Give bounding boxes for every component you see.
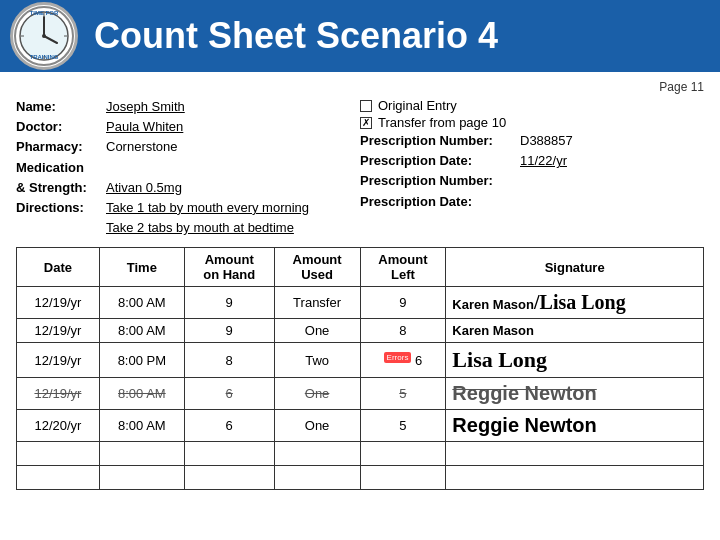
table-row: 12/19/yr8:00 AM6One5Reggie Newton (17, 378, 704, 410)
transfer-checkbox: ✗ (360, 117, 372, 129)
header: TIME FOR TRAINING Count Sheet Scenario 4 (0, 0, 720, 72)
original-entry-checkbox (360, 100, 372, 112)
prescription-date2-label: Prescription Date: (360, 193, 520, 211)
content-area: Page 11 Name: Joseph Smith Doctor: Paula… (0, 72, 720, 540)
directions-label: Directions: (16, 199, 106, 217)
col-signature: Signature (446, 248, 704, 287)
name-value: Joseph Smith (106, 98, 185, 116)
patient-info: Name: Joseph Smith Doctor: Paula Whiten … (16, 98, 704, 239)
directions-value1: Take 1 tab by mouth every morning (106, 199, 309, 217)
table-row: 12/20/yr8:00 AM6One5Reggie Newton (17, 410, 704, 442)
prescription-date-value: 11/22/yr (520, 152, 567, 170)
svg-point-4 (42, 34, 46, 38)
prescription-date-label: Prescription Date: (360, 152, 520, 170)
signature-cell: Karen Mason (446, 319, 704, 343)
table-container: Error RN Date Time Amounton Hand AmountU… (16, 247, 704, 490)
table-row: 12/19/yr8:00 PM8TwoErrors 6Lisa Long (17, 343, 704, 378)
transfer-label: Transfer from page 10 (378, 115, 506, 130)
patient-left: Name: Joseph Smith Doctor: Paula Whiten … (16, 98, 360, 239)
page-number: Page 11 (16, 80, 704, 94)
pharmacy-value: Cornerstone (106, 138, 178, 156)
logo: TIME FOR TRAINING (10, 2, 78, 70)
signature-cell: Lisa Long (446, 343, 704, 378)
strength-label: & Strength: (16, 179, 106, 197)
prescription-number2-label: Prescription Number: (360, 172, 520, 190)
signature-cell: Reggie Newton (446, 410, 704, 442)
table-header-row: Date Time Amounton Hand AmountUsed Amoun… (17, 248, 704, 287)
patient-right: Original Entry ✗ Transfer from page 10 P… (360, 98, 704, 239)
col-date: Date (17, 248, 100, 287)
doctor-label: Doctor: (16, 118, 106, 136)
directions-spacer (16, 219, 106, 237)
signature-cell: Reggie Newton (446, 378, 704, 410)
prescription-number-label: Prescription Number: (360, 132, 520, 150)
table-row-empty (17, 442, 704, 466)
signature-cell: Karen Mason/Lisa Long (446, 287, 704, 319)
col-amount-on-hand: Amounton Hand (184, 248, 274, 287)
col-amount-used: AmountUsed (274, 248, 360, 287)
page-title: Count Sheet Scenario 4 (94, 15, 498, 57)
table-row: 12/19/yr8:00 AM9Transfer9Karen Mason/Lis… (17, 287, 704, 319)
col-amount-left: AmountLeft (360, 248, 446, 287)
medication-label: Medication (16, 159, 106, 177)
doctor-value: Paula Whiten (106, 118, 183, 136)
strength-value: Ativan 0.5mg (106, 179, 182, 197)
original-entry-label: Original Entry (378, 98, 457, 113)
prescription-number-value: D388857 (520, 132, 573, 150)
col-time: Time (99, 248, 184, 287)
directions-value2: Take 2 tabs by mouth at bedtime (106, 219, 294, 237)
pharmacy-label: Pharmacy: (16, 138, 106, 156)
table-row: 12/19/yr8:00 AM9One8Karen Mason (17, 319, 704, 343)
name-label: Name: (16, 98, 106, 116)
table-row-empty (17, 466, 704, 490)
count-table: Date Time Amounton Hand AmountUsed Amoun… (16, 247, 704, 490)
